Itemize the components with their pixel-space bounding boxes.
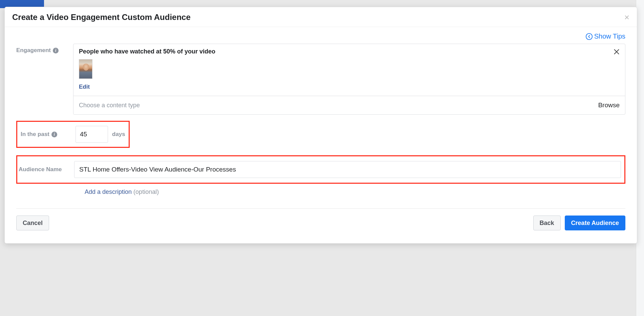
modal-footer: Cancel Back Create Audience — [16, 208, 625, 236]
modal-body: Show Tips Engagement i People who have w… — [5, 27, 637, 243]
engagement-criteria-section: People who have watched at 50% of your v… — [73, 44, 625, 96]
chevron-left-circle-icon — [585, 33, 593, 40]
in-the-past-label: In the past i — [21, 131, 71, 138]
in-the-past-text: In the past — [21, 131, 49, 138]
create-audience-modal: Create a Video Engagement Custom Audienc… — [4, 7, 637, 244]
close-icon — [613, 48, 620, 55]
create-audience-button[interactable]: Create Audience — [565, 216, 625, 230]
add-description-row: Add a description (optional) — [85, 188, 625, 196]
audience-name-row: Audience Name — [16, 155, 625, 184]
show-tips-label: Show Tips — [594, 32, 625, 40]
remove-criteria-button[interactable] — [613, 48, 620, 57]
modal-title: Create a Video Engagement Custom Audienc… — [12, 13, 191, 22]
engagement-row: Engagement i People who have watched at … — [16, 44, 625, 115]
engagement-criteria-text: People who have watched at 50% of your v… — [79, 48, 620, 55]
days-input[interactable] — [76, 126, 108, 143]
add-description-link[interactable]: Add a description — [85, 188, 132, 195]
info-icon[interactable]: i — [51, 132, 57, 137]
modal-header: Create a Video Engagement Custom Audienc… — [5, 7, 637, 27]
edit-link[interactable]: Edit — [79, 84, 620, 90]
in-the-past-highlight: In the past i days — [16, 121, 130, 148]
content-type-placeholder: Choose a content type — [79, 102, 140, 109]
svg-point-0 — [586, 33, 592, 39]
audience-name-label: Audience Name — [19, 166, 74, 173]
close-icon[interactable]: × — [624, 13, 629, 22]
audience-name-input[interactable] — [74, 161, 621, 178]
engagement-box: People who have watched at 50% of your v… — [73, 44, 625, 115]
show-tips-row: Show Tips — [16, 30, 625, 44]
content-type-selector[interactable]: Choose a content type Browse — [73, 96, 625, 114]
cancel-button[interactable]: Cancel — [16, 216, 49, 230]
in-the-past-row: In the past i days — [16, 121, 625, 148]
footer-right: Back Create Audience — [533, 216, 625, 230]
audience-name-highlight: Audience Name — [16, 155, 625, 184]
info-icon[interactable]: i — [53, 48, 59, 53]
engagement-label-text: Engagement — [16, 47, 51, 54]
engagement-label: Engagement i — [16, 44, 73, 54]
add-description-optional: (optional) — [133, 188, 159, 195]
video-thumbnail[interactable] — [79, 59, 92, 79]
audience-name-text: Audience Name — [19, 166, 62, 173]
show-tips-button[interactable]: Show Tips — [585, 32, 625, 40]
back-button[interactable]: Back — [533, 216, 561, 230]
days-suffix: days — [112, 131, 125, 138]
browse-button[interactable]: Browse — [598, 101, 620, 109]
